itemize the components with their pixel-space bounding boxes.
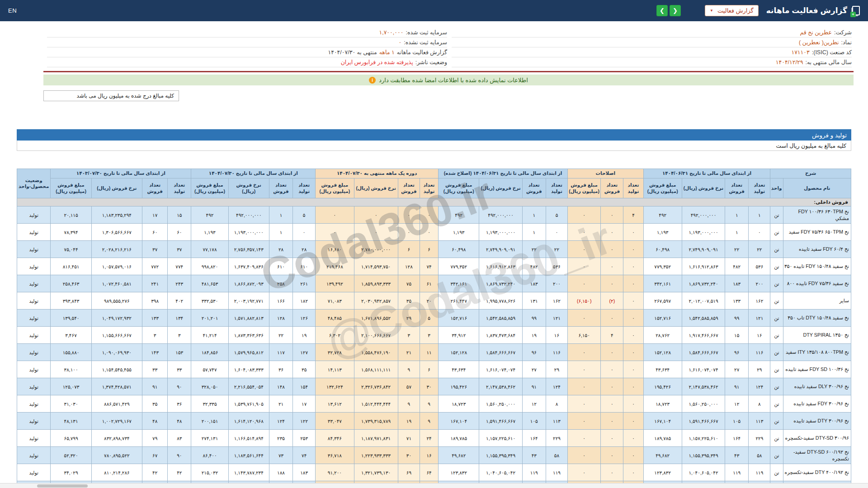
value-cell: ۲۰,۱۱۵ — [51, 206, 91, 224]
value-cell: ۵۷,۷۴۷ — [191, 361, 228, 378]
value-cell: (۲) — [601, 292, 623, 310]
value-cell: ۱۲۵,۰۷۳ — [51, 378, 91, 395]
value-cell: ۷۴ — [293, 447, 316, 464]
value-cell: ۶۰,۴۹۸ — [439, 241, 479, 258]
value-cell: ۲۵۸ — [269, 275, 292, 292]
value-cell: ۲۳۵ — [269, 430, 292, 447]
value-cell: ۶,۳۰۲ — [316, 327, 354, 344]
info-value: ۱ ماهه — [379, 49, 395, 56]
value-cell: ۱,۵۸۴,۶۶۶,۶۶۷ — [479, 344, 522, 361]
report-icon: + — [852, 6, 860, 15]
report-type-dropdown[interactable]: گزارش فعالیت ▼ — [705, 5, 759, 16]
value-cell: ۲۴ — [420, 430, 438, 447]
value-cell: ۴۰۲ — [168, 292, 191, 310]
value-cell: ۰ — [601, 430, 623, 447]
value-cell: ۱۶۴ — [725, 430, 749, 447]
unit-cell: تن — [770, 430, 783, 447]
value-cell: ۱,۰۴۰,۶۰۵,۰۴۲ — [682, 464, 725, 481]
value-cell: ۸۴,۳۴۶ — [316, 430, 354, 447]
signature-alert-bar: اطلاعات نمایش داده شده با اطلاعات امضا ش… — [43, 75, 854, 85]
value-cell: ۰ — [568, 361, 601, 378]
value-cell: ۱,۱۴۳,۷۸۷,۲۳۴ — [228, 464, 269, 481]
value-cell: ۱,۷۱۴,۵۹۳,۷۵۰ — [354, 258, 398, 275]
value-cell: ۱۶ — [546, 327, 567, 344]
value-cell: ۱,۹۱۷,۴۶۶,۶۶۷ — [682, 327, 725, 344]
status-cell: تولید — [17, 206, 51, 224]
value-cell: ۱,۱۵۷,۲۲۵,۶۱۰ — [682, 430, 725, 447]
value-cell: ۲,۰۱۲,۰۰۷,۵۱۹ — [682, 292, 725, 310]
value-cell: ۱۶۶ — [269, 292, 292, 310]
status-cell: تولید — [17, 464, 51, 481]
value-cell: ۱,۱۵۵,۶۶۶,۶۶۷ — [91, 327, 142, 344]
value-cell: ۷۳ — [269, 447, 292, 464]
product-name-cell: نخ FDY ۳۰۰/۹۶ سفید تابیده — [783, 395, 851, 413]
value-cell: ۸۳ — [168, 430, 191, 447]
col-header-ytd-0631-adjusted-2: نرخ فروش (ریال) — [479, 178, 522, 198]
value-cell: ۱ — [522, 206, 546, 224]
value-cell: ۰ — [623, 310, 643, 327]
value-cell: ۰ — [568, 378, 601, 395]
value-cell: ۰ — [568, 275, 601, 292]
lang-toggle[interactable]: EN — [8, 7, 17, 14]
product-name-cell: نخ FDY ۱۰۰/۳۶ ۶۳۰TPM مشکي — [783, 206, 851, 224]
value-cell: ۰ — [601, 413, 623, 430]
value-cell: ۶۹ — [398, 464, 420, 481]
value-cell: ۱۹ — [398, 413, 420, 430]
pager-next-button[interactable]: ❯ — [670, 5, 681, 16]
value-cell: ۱۵ — [168, 206, 191, 224]
value-cell: ۲,۳۲۶,۷۳۶,۸۴۲ — [354, 378, 398, 395]
value-cell: ۱,۵۱۲,۴۴۴,۴۴۴ — [354, 395, 398, 413]
col-header-month-0730-2: نرخ فروش (ریال) — [354, 178, 398, 198]
value-cell: ۱ — [749, 206, 770, 224]
company-info-row: سال مالی منتهی به:۱۴۰۴/۱۲/۲۹ — [452, 57, 852, 67]
col-header-ytd-0631-1: تعداد فروش — [725, 178, 749, 198]
value-cell: ۰ — [546, 224, 567, 241]
value-cell: ۲۸ — [269, 241, 292, 258]
value-cell: ۹۶ — [522, 344, 546, 361]
value-cell: ۳۳ — [168, 361, 191, 378]
value-cell: ۱,۸۶۹,۷۳۲,۲۴۰ — [479, 275, 522, 292]
value-cell: ۹ — [398, 361, 420, 378]
unit-cell: تن — [770, 327, 783, 344]
value-cell: ۴۹,۶۸۲ — [439, 447, 479, 464]
unit-cell: تن — [770, 258, 783, 275]
value-cell: ۰ — [316, 224, 354, 241]
col-header-prev-ytd-0730-3: مبلغ فروش (میلیون ریال) — [51, 178, 91, 198]
value-cell: ۲,۷۴۹,۹۰۹,۰۹۱ — [682, 241, 725, 258]
value-cell: ۲۱۵,۰۳۲ — [191, 464, 228, 481]
value-cell: ۱,۱۹۳,۰۰۰,۰۰۰ — [682, 224, 725, 241]
value-cell: ۰ — [623, 413, 643, 430]
amounts-note-box: کلیه مبالغ درج شده به میلیون ریال می باش… — [43, 90, 179, 101]
info-icon: i — [369, 77, 376, 84]
value-cell: ۱۱۹ — [546, 464, 567, 481]
col-header-ytd-0730-3: مبلغ فروش (میلیون ریال) — [191, 178, 228, 198]
value-cell: ۱۵۴ — [293, 378, 316, 395]
monthly-activity-report-page: { "app": { "title": "گزارش فعالیت ماهانه… — [0, 0, 868, 488]
horizontal-scrollbar-thumb[interactable] — [37, 484, 88, 488]
value-cell: ۳۸,۱۰۰ — [51, 361, 91, 378]
value-cell: ۳,۴۶۷ — [51, 327, 91, 344]
horizontal-scrollbar[interactable] — [0, 483, 868, 488]
value-cell: ۳۹۸ — [142, 292, 168, 310]
value-cell: ۰ — [623, 430, 643, 447]
value-cell: ۰ — [601, 378, 623, 395]
value-cell: ۳ — [398, 327, 420, 344]
report-pager: ❮ ❯ — [656, 5, 681, 16]
status-cell: تولید — [17, 430, 51, 447]
status-cell: تولید — [17, 413, 51, 430]
value-cell: ۱۲۷ — [293, 344, 316, 361]
value-cell: ۱,۲۲۳,۹۳۳,۳۳۳ — [354, 447, 398, 464]
value-cell: ۲۹ — [749, 361, 770, 378]
value-cell: ۱,۱۵۵,۳۹۵,۳۴۹ — [479, 447, 522, 464]
info-value: ۱۴۰۴/۱۲/۲۹ — [776, 59, 803, 66]
value-cell: ۱۵۲,۱۲۸ — [439, 344, 479, 361]
value-cell: ۳۹۳,۸۴۳ — [51, 292, 91, 310]
value-cell: ۲,۲۱۶,۵۵۴,۰۵۴ — [228, 378, 269, 395]
product-name-cell: نخ DTY-SD ۶۰۰/۱۹۲ سفید-تکسچره — [783, 447, 851, 464]
value-cell: ۱۶۲ — [546, 292, 567, 310]
value-cell: ۲۲ — [269, 327, 292, 344]
value-cell: ۲,۰۲۸,۲۱۶,۲۱۶ — [91, 241, 142, 258]
value-cell: ۷۷۹,۳۵۲ — [439, 258, 479, 275]
pager-prev-button[interactable]: ❮ — [656, 5, 668, 16]
value-cell: ۰ — [623, 447, 643, 464]
